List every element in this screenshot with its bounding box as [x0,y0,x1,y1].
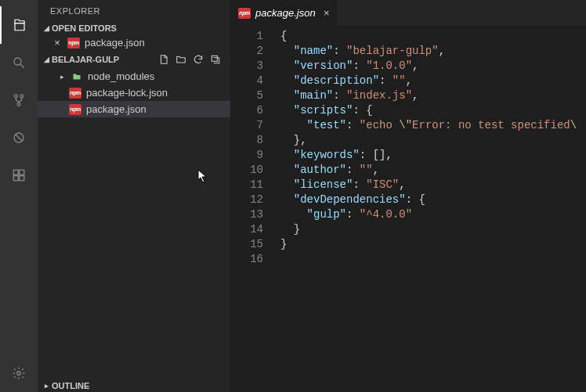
file-label: package.json [86,103,146,115]
svg-point-11 [17,372,21,376]
chevron-right-icon: ▸ [41,382,52,390]
editor-area: npm package.json × 123456789101112131415… [230,0,586,392]
npm-file-icon: npm [69,88,81,99]
explorer-sidebar: EXPLORER ◢ OPEN EDITORS × npm package.js… [38,0,230,392]
svg-rect-8 [20,170,24,174]
activity-bar [0,0,38,392]
svg-rect-7 [13,170,18,174]
chevron-right-icon: ▸ [58,73,66,81]
svg-line-6 [16,135,23,142]
outline-header[interactable]: ▸ OUTLINE [38,379,230,392]
file-label: package-lock.json [86,87,168,99]
editor-tab[interactable]: npm package.json × [230,0,338,26]
svg-line-1 [20,64,24,68]
svg-point-2 [14,95,17,98]
refresh-icon[interactable] [191,52,205,67]
new-folder-icon[interactable] [174,52,188,67]
svg-point-3 [20,95,24,98]
open-editors-header[interactable]: ◢ OPEN EDITORS [38,22,230,34]
tab-bar: npm package.json × [230,0,586,26]
code-content[interactable]: { "name": "belajar-gulp", "version": "1.… [280,26,586,392]
open-editor-label: package.json [85,37,145,49]
svg-rect-9 [13,176,18,181]
tab-label: package.json [255,7,316,19]
source-control-icon[interactable] [0,81,38,119]
chevron-down-icon: ◢ [41,56,52,63]
explorer-icon[interactable] [0,6,38,44]
folder-icon [71,71,83,82]
open-editor-item[interactable]: × npm package.json [38,34,230,51]
new-file-icon[interactable] [157,52,171,67]
svg-rect-12 [212,56,217,61]
line-number-gutter: 12345678910111213141516 [230,26,280,392]
file-row[interactable]: npm package-lock.json [38,85,230,101]
close-icon[interactable]: × [52,37,63,49]
svg-point-0 [14,58,21,65]
file-label: node_modules [88,70,154,82]
sidebar-title: EXPLORER [38,0,230,22]
project-header[interactable]: ◢ BELAJAR-GULP [38,51,230,68]
close-icon[interactable]: × [320,7,330,19]
settings-gear-icon[interactable] [0,354,38,392]
svg-rect-10 [20,176,24,181]
chevron-down-icon: ◢ [41,24,52,32]
collapse-all-icon[interactable] [208,52,222,67]
npm-file-icon: npm [238,8,251,19]
debug-icon[interactable] [0,119,38,156]
npm-file-icon: npm [67,38,80,49]
npm-file-icon: npm [69,104,81,115]
code-editor[interactable]: 12345678910111213141516 { "name": "belaj… [230,26,586,392]
svg-point-4 [17,102,20,106]
search-icon[interactable] [0,44,38,81]
extensions-icon[interactable] [0,156,38,194]
folder-row[interactable]: ▸ node_modules [38,68,230,85]
file-row[interactable]: npm package.json [38,101,230,117]
